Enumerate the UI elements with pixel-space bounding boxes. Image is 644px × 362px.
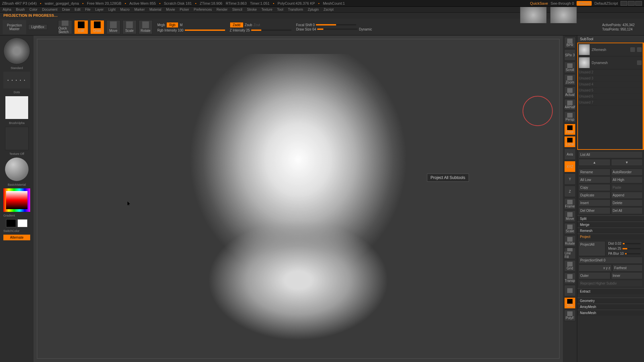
del-other-button[interactable]: Del Other <box>579 207 610 214</box>
nav-move-button[interactable]: Move <box>564 210 576 222</box>
subtool-item[interactable]: Unused 7 <box>578 100 643 106</box>
reproject-button[interactable]: Reproject Higher Subdiv <box>579 280 643 287</box>
menu-item[interactable]: Layer <box>95 8 104 11</box>
arrow-down-icon[interactable]: ▼ <box>611 159 643 166</box>
subtool-item[interactable]: Unused 3 <box>578 75 643 81</box>
menu-item[interactable]: Document <box>42 8 58 11</box>
alpha-picker[interactable] <box>5 96 29 119</box>
menu-item[interactable]: Stroke <box>247 8 257 11</box>
insert-button[interactable]: Insert <box>579 199 610 206</box>
frame-button[interactable]: Frame <box>564 198 576 209</box>
bpr-button[interactable]: BPR <box>564 37 576 48</box>
del-all-button[interactable]: Del All <box>611 207 643 214</box>
spix-button[interactable]: SPix 3 <box>564 49 576 61</box>
append-button[interactable]: Append <box>611 192 643 199</box>
menu-item[interactable]: Marker <box>134 8 145 11</box>
transp-button[interactable]: Transp <box>564 273 576 284</box>
z-button[interactable]: Z <box>564 186 576 197</box>
rename-button[interactable]: Rename <box>579 169 610 176</box>
lightbox-button[interactable]: LightBox <box>28 24 47 30</box>
nav-scale-button[interactable]: Scale <box>564 223 576 234</box>
menu-item[interactable]: Texture <box>261 8 272 11</box>
stroke-picker[interactable]: • • • • • <box>3 72 30 88</box>
copy-button[interactable]: Copy <box>579 184 610 191</box>
seethrough-slider[interactable]: See-through 0 <box>551 1 574 5</box>
viewport[interactable]: Project All Subtools <box>34 36 563 362</box>
merge-section[interactable]: Merge <box>577 222 644 228</box>
autoreorder-button[interactable]: AutoReorder <box>611 169 643 176</box>
polyf-button[interactable]: PolyF <box>564 310 576 321</box>
list-all-button[interactable]: List All <box>579 151 643 158</box>
menu-item[interactable]: Picker <box>180 8 189 11</box>
menu-item[interactable]: Macro <box>120 8 130 11</box>
farthest-button[interactable]: Farthest <box>612 264 643 272</box>
menu-item[interactable]: Brush <box>16 8 25 11</box>
scroll-button[interactable]: Scroll <box>564 62 576 73</box>
rgb-button[interactable]: Rgb <box>166 22 178 28</box>
swatch-primary[interactable] <box>17 219 28 227</box>
delete-button[interactable]: Delete <box>611 199 643 206</box>
menu-item[interactable]: Zscript <box>323 8 333 11</box>
menu-item[interactable]: Movie <box>166 8 175 11</box>
aahalf-button[interactable]: AAHalf <box>564 99 576 110</box>
nav-rotate-button[interactable]: Rotate <box>564 235 576 247</box>
default-zscript[interactable]: DefaultZScript <box>594 1 618 5</box>
project-all-button[interactable]: ProjectAll <box>579 241 605 256</box>
subtool-item[interactable]: ZRemesh <box>578 43 643 56</box>
arrow-up-icon[interactable]: ▲ <box>579 159 610 166</box>
axis-button[interactable]: Axis <box>564 148 576 160</box>
color-picker[interactable] <box>3 188 30 212</box>
menu-item[interactable]: Transform <box>288 8 303 11</box>
z-intensity-slider[interactable]: Z Intensity 25 <box>230 28 250 32</box>
draw-button[interactable]: Draw <box>90 20 104 34</box>
linefill-button[interactable]: Line Fill <box>564 248 576 259</box>
rgb-intensity-slider[interactable]: Rgb Intensity 100 <box>157 28 183 32</box>
swatch-secondary[interactable] <box>6 219 16 227</box>
menus-button[interactable]: Menus <box>577 1 592 6</box>
subtool-item[interactable]: Unused 5 <box>578 87 643 94</box>
subtool-item[interactable]: Unused 2 <box>578 69 643 75</box>
extract-section[interactable]: Extract <box>577 288 644 294</box>
material-picker[interactable] <box>5 158 29 181</box>
nanomesh-section[interactable]: NanoMesh <box>577 310 644 316</box>
split-section[interactable]: Split <box>577 216 644 222</box>
projection-shell-slider[interactable]: ProjectionShell 0 <box>579 257 643 264</box>
menu-item[interactable]: Preferences <box>194 8 212 11</box>
project-section[interactable]: Project <box>577 234 644 240</box>
menu-item[interactable]: Light <box>108 8 116 11</box>
menu-item[interactable]: Color <box>30 8 38 11</box>
alternate-button[interactable]: Alternate <box>3 235 30 240</box>
ghost-button[interactable] <box>564 285 576 296</box>
all-high-button[interactable]: All High <box>611 176 643 183</box>
outer-button[interactable]: Outer <box>579 272 610 279</box>
floor-button[interactable]: Floor <box>564 124 576 135</box>
menu-item[interactable]: Render <box>217 8 228 11</box>
quick-sketch-button[interactable]: Quick Sketch <box>58 20 72 34</box>
subtool-item[interactable]: Unused 6 <box>578 94 643 100</box>
arraymesh-section[interactable]: ArrayMesh <box>577 304 644 310</box>
menu-item[interactable]: Zplugin <box>308 8 319 11</box>
subtool-header[interactable]: SubTool <box>577 36 644 43</box>
quicksave-button[interactable]: QuickSave <box>530 1 548 5</box>
move-button[interactable]: Move <box>106 20 120 34</box>
rotate-button[interactable]: Rotate <box>139 20 153 34</box>
tool-thumb-remesh[interactable] <box>520 7 547 23</box>
local-button[interactable]: Local <box>564 136 576 147</box>
persp-button[interactable]: Persp <box>564 111 576 123</box>
minimize-icon[interactable] <box>621 1 627 6</box>
y-button[interactable]: Y <box>564 173 576 185</box>
menu-item[interactable]: Edit <box>75 8 80 11</box>
all-low-button[interactable]: All Low <box>579 176 610 183</box>
remesh-section[interactable]: Remesh <box>577 228 644 234</box>
close-icon[interactable] <box>635 1 642 6</box>
scale-button[interactable]: Scale <box>122 20 137 34</box>
inner-button[interactable]: Inner <box>611 272 643 279</box>
menu-item[interactable]: Stencil <box>232 8 242 11</box>
actual-button[interactable]: Actual <box>564 86 576 98</box>
xyz-button[interactable]: XYZ <box>564 161 576 172</box>
menu-item[interactable]: File <box>85 8 91 11</box>
menu-item[interactable]: Material <box>150 8 162 11</box>
zadd-button[interactable]: Zadd <box>230 22 244 28</box>
menu-item[interactable]: Draw <box>62 8 70 11</box>
geometry-section[interactable]: Geometry <box>577 298 644 304</box>
